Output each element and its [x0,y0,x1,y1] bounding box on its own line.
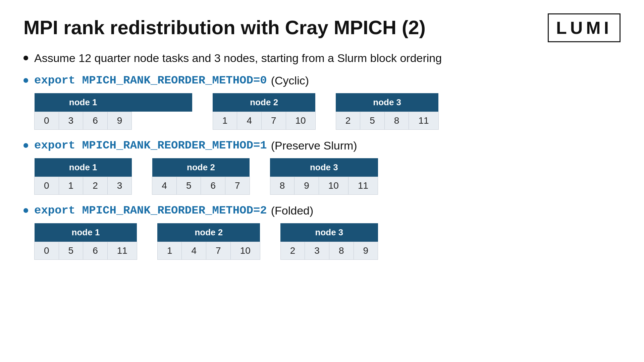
method2-node1-v3: 11 [107,242,137,259]
method1-node3-table: node 3 8 9 10 11 [270,158,378,195]
method1-node3-v0: 8 [270,177,294,194]
intro-text: Assume 12 quarter node tasks and 3 nodes… [34,52,442,65]
method1-node1-v2: 2 [83,177,108,194]
method0-node2-v1: 4 [237,112,262,129]
method2-code: export MPICH_RANK_REORDER_METHOD=2 [34,204,267,217]
method1-node1-v0: 0 [35,177,59,194]
method2-node3-header: node 3 [280,223,378,242]
method0-node1-v2: 6 [83,112,108,129]
method1-node2-v1: 5 [176,177,201,194]
method0-node1-v1: 3 [59,112,83,129]
method2-node2-v1: 4 [182,242,206,259]
bullet-dot-method1 [23,143,28,148]
method1-bullet-row: export MPICH_RANK_REORDER_METHOD=1 (Pres… [23,139,621,152]
method2-node1-v2: 6 [83,242,108,259]
method2-node1-table: node 1 0 5 6 11 [34,223,137,260]
method2-node3-v2: 8 [329,242,354,259]
bullet-intro: Assume 12 quarter node tasks and 3 nodes… [23,52,621,65]
method0-node1-v0: 0 [35,112,59,129]
method1-node1-table: node 1 0 1 2 3 [34,158,132,195]
method1-node3-v2: 10 [319,177,348,194]
method2-node1-header: node 1 [35,223,137,242]
method0-node2-v3: 10 [286,112,315,129]
bullet-dot-intro [23,56,28,60]
method1-node1-v1: 1 [59,177,83,194]
method2-node1-v1: 5 [59,242,83,259]
method0-bullet-row: export MPICH_RANK_REORDER_METHOD=0 (Cycl… [23,74,621,87]
method1-node1-v3: 3 [107,177,132,194]
slide: LUMI MPI rank redistribution with Cray M… [0,0,644,362]
method2-node2-v3: 10 [230,242,260,259]
method0-desc: (Cyclic) [271,74,309,87]
method2-node1-v0: 0 [35,242,59,259]
method0-node2-header: node 2 [213,93,315,112]
method1-node1-header: node 1 [35,158,132,177]
method2-bullet-row: export MPICH_RANK_REORDER_METHOD=2 (Fold… [23,204,621,217]
method1-desc: (Preserve Slurm) [271,139,357,152]
page-title: MPI rank redistribution with Cray MPICH … [23,17,621,38]
method0-node2-v2: 7 [261,112,286,129]
method2-node2-v2: 7 [206,242,231,259]
method0-node3-v2: 8 [384,112,409,129]
method2-node2-header: node 2 [157,223,260,242]
method1-node2-v0: 4 [152,177,177,194]
method2-node3-table: node 3 2 3 8 9 [280,223,378,260]
method1-node3-v1: 9 [294,177,319,194]
method2-node3-v3: 9 [354,242,378,259]
method1-node2-v2: 6 [201,177,225,194]
bullet-method0: export MPICH_RANK_REORDER_METHOD=0 (Cycl… [23,74,621,130]
method2-node2-table: node 2 1 4 7 10 [157,223,260,260]
method1-node3-v3: 11 [348,177,378,194]
method1-node3-header: node 3 [270,158,378,177]
method2-node3-v0: 2 [280,242,305,259]
method1-node2-v3: 7 [225,177,250,194]
bullet-dot-method0 [23,78,28,83]
bullet-method2: export MPICH_RANK_REORDER_METHOD=2 (Fold… [23,204,621,260]
method1-tables: node 1 0 1 2 3 node 2 4 5 6 7 [34,158,621,195]
method0-node3-v0: 2 [336,112,360,129]
content-area: Assume 12 quarter node tasks and 3 nodes… [23,52,621,260]
method0-node2-table: node 2 1 4 7 10 [213,93,316,130]
intro-bullet-row: Assume 12 quarter node tasks and 3 nodes… [23,52,621,65]
method0-node3-header: node 3 [336,93,438,112]
method0-node2-v0: 1 [213,112,237,129]
method0-tables: node 1 0 3 6 9 node 2 1 4 7 10 [34,93,621,130]
method1-node2-table: node 2 4 5 6 7 [152,158,250,195]
lumi-logo: LUMI [548,13,621,42]
method1-node2-header: node 2 [152,158,250,177]
method1-code: export MPICH_RANK_REORDER_METHOD=1 [34,139,267,152]
method0-node3-table: node 3 2 5 8 11 [336,93,439,130]
method0-node1-header: node 1 [35,93,132,112]
method2-tables: node 1 0 5 6 11 node 2 1 4 7 10 [34,223,621,260]
method0-code: export MPICH_RANK_REORDER_METHOD=0 [34,74,267,87]
method2-node2-v0: 1 [157,242,182,259]
bullet-dot-method2 [23,208,28,213]
method0-node1-v3: 9 [107,112,132,129]
method0-node1-table: node 1 0 3 6 9 [34,93,193,130]
method0-node3-v3: 11 [409,112,438,129]
method0-node3-v1: 5 [360,112,385,129]
method2-desc: (Folded) [271,204,314,217]
bullet-method1: export MPICH_RANK_REORDER_METHOD=1 (Pres… [23,139,621,195]
method2-node3-v1: 3 [305,242,329,259]
